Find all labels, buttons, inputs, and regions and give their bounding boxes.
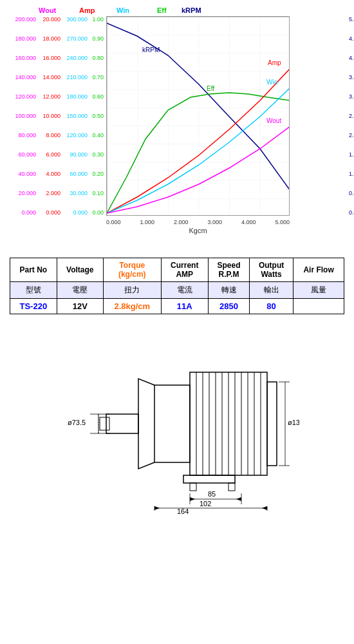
svg-marker-36 [154,506,160,510]
dim-85: 85 [208,490,216,498]
td-cn-speed: 轉速 [209,282,250,299]
th-current: CurrentAMP [161,258,209,282]
td-part-no: TS-220 [10,299,57,314]
x-axis-labels: 0.000 1.000 2.000 3.000 4.000 5.000 [106,219,290,225]
td-current: 11A [161,299,209,314]
dim-102: 102 [200,500,211,507]
krpm-label: kRPM [142,46,160,53]
data-row: TS-220 12V 2.8kg/cm 11A 2850 80 [10,299,344,314]
win-label: Win [266,79,277,86]
y-axis-win: 300.000 270.000 240.000 210.000 180.000 … [63,16,90,216]
td-cn-output: 輸出 [249,282,293,299]
svg-rect-0 [107,17,290,216]
svg-marker-31 [190,497,195,501]
motor-svg: ø73.5 ø139 85 102 164 [55,334,299,514]
svg-rect-17 [100,417,109,430]
td-voltage: 12V [57,299,103,314]
td-cn-voltage: 電壓 [57,282,103,299]
chart-svg: kRPM Eff Amp Win Wout [106,16,290,216]
y-axis-wout: 200.000 180.000 160.000 140.000 120.000 … [6,16,39,216]
y-axis-eff: 1.00 0.90 0.80 0.70 0.60 0.50 0.40 0.30 … [90,16,106,216]
th-part-no: Part No [10,258,57,282]
svg-rect-15 [154,385,190,462]
y-axis-krpm: 5.000 4.500 4.000 3.500 3.000 2.500 2.00… [349,16,354,216]
td-cn-torque: 扭力 [103,282,161,299]
th-voltage: Voltage [57,258,103,282]
th-speed: SpeedR.P.M [209,258,250,282]
dim-164: 164 [177,507,189,514]
td-cn-flow: 風量 [293,282,344,299]
svg-rect-16 [106,414,138,433]
x-axis-title: Kgcm [106,227,290,234]
svg-marker-32 [236,497,241,501]
legend-krpm: kRPM [182,6,201,14]
table-section: Part No Voltage Torque(kg/cm) CurrentAMP… [0,245,354,321]
y-axis-amp: 20.000 18.000 16.000 14.000 12.000 10.00… [39,16,63,216]
legend-win: Win [116,6,152,14]
specs-table: Part No Voltage Torque(kg/cm) CurrentAMP… [10,258,344,314]
svg-rect-19 [190,483,196,491]
chart-section: Wout Amp Win Eff kRPM 200.000 180.000 16… [0,0,354,245]
diagram-section: ø73.5 ø139 85 102 164 [0,321,354,527]
svg-rect-20 [228,483,235,491]
dim-d2: ø139 [288,419,299,426]
td-cn-current: 電流 [161,282,209,299]
dim-d1: ø73.5 [68,419,86,426]
svg-marker-37 [262,506,267,510]
eff-label: Eff [207,85,214,92]
th-output: OutputWatts [249,258,293,282]
svg-rect-14 [267,382,277,466]
td-speed: 2850 [209,299,250,314]
amp-label: Amp [268,59,281,66]
chinese-header-row: 型號 電壓 扭力 電流 轉速 輸出 風量 [10,282,344,299]
td-torque: 2.8kg/cm [103,299,161,314]
td-output: 80 [249,299,293,314]
th-torque: Torque(kg/cm) [103,258,161,282]
svg-rect-18 [183,475,235,483]
legend-eff: Eff [157,6,176,14]
legend-amp: Amp [79,6,111,14]
wout-label: Wout [266,117,281,124]
th-air-flow: Air Flow [293,258,344,282]
td-cn-part: 型號 [10,282,57,299]
td-flow [293,299,344,314]
legend-wout: Wout [39,6,74,14]
